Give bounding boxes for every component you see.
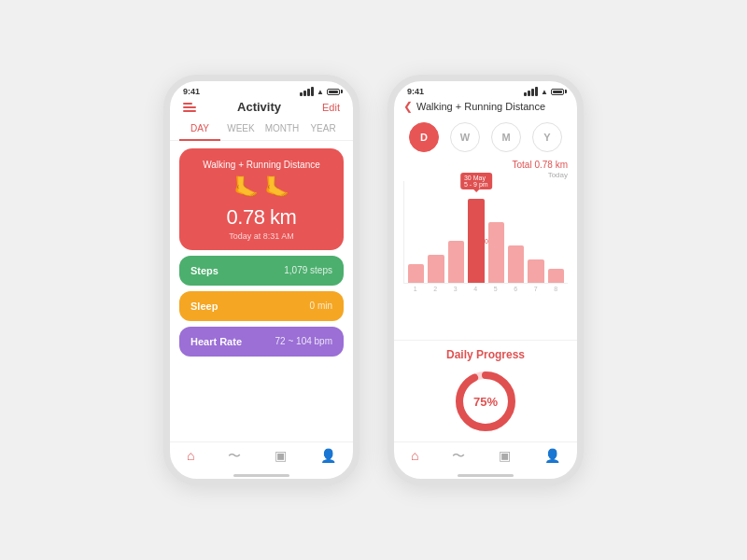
period-week[interactable]: W	[450, 122, 480, 152]
donut-chart: 75%	[453, 369, 518, 434]
detail-title: Walking + Running Distance	[416, 101, 545, 112]
content-1: Walking + Running Distance 🦶 🦶 0.78 km T…	[170, 141, 353, 442]
battery-icon-2	[551, 89, 564, 95]
chart-label-6: 7	[528, 286, 544, 292]
bottom-nav-2: ⌂ 〜 ▣ 👤	[394, 441, 577, 474]
footprints-icon: 🦶 🦶	[233, 175, 289, 200]
period-selector: D W M Y	[394, 119, 577, 160]
sleep-label: Sleep	[190, 301, 218, 312]
chart-today: Today	[548, 171, 568, 179]
tab-year[interactable]: YEAR	[303, 119, 344, 140]
steps-value: 1,079 steps	[284, 265, 332, 275]
nav-home-1[interactable]: ⌂	[187, 448, 194, 465]
tab-day[interactable]: DAY	[179, 119, 220, 141]
signal-8	[535, 87, 538, 96]
heart-value: 72 ~ 104 bpm	[275, 336, 332, 346]
chart-label-2: 3	[447, 286, 464, 292]
chart-label-7: 8	[548, 286, 565, 292]
tab-month[interactable]: MONTH	[261, 119, 303, 140]
hero-subtitle: Today at 8:31 AM	[229, 231, 294, 241]
heart-rate-card[interactable]: Heart Rate 72 ~ 104 bpm	[179, 327, 344, 357]
wifi-icon-2: ▲	[541, 88, 548, 96]
nav-chat-1[interactable]: ▣	[275, 448, 287, 465]
chart-label-1: 2	[428, 286, 444, 292]
chart-bar-1	[428, 255, 444, 283]
progress-title: Daily Progress	[403, 348, 568, 361]
chart-bar-6	[528, 259, 543, 283]
period-year[interactable]: Y	[532, 122, 562, 152]
signal-6	[528, 91, 530, 96]
tab-bar-1: DAY WEEK MONTH YEAR	[170, 119, 353, 141]
menu-line-2	[183, 106, 196, 108]
home-indicator-2	[458, 474, 514, 477]
bottom-nav-1: ⌂ 〜 ▣ 👤	[170, 441, 353, 474]
nav-activity-1[interactable]: 〜	[228, 448, 241, 465]
chart-bar-0	[408, 264, 424, 283]
period-day[interactable]: D	[409, 122, 439, 152]
menu-button[interactable]	[183, 103, 196, 112]
signal-4	[311, 87, 314, 96]
chart-bar-2	[448, 241, 464, 283]
tab-week[interactable]: WEEK	[220, 119, 261, 140]
detail-header: ❮ Walking + Running Distance	[394, 98, 577, 119]
hero-value: 0.78 km	[227, 205, 297, 230]
back-button[interactable]: ❮	[403, 100, 413, 113]
progress-section: Daily Progress 75%	[394, 340, 577, 441]
nav-home-2[interactable]: ⌂	[411, 448, 418, 465]
chart-total: Total 0.78 km	[513, 160, 568, 170]
status-time-1: 9:41	[183, 87, 200, 96]
chart-tooltip: 30 May5 - 9 pm	[460, 173, 492, 189]
sleep-value: 0 min	[310, 301, 332, 311]
chart-labels: 12345678	[403, 284, 568, 292]
chart-container: 30 May5 - 9 pm0.24	[403, 181, 568, 284]
hero-title: Walking + Running Distance	[203, 160, 320, 170]
foot-left: 🦶	[233, 175, 259, 200]
battery-icon	[327, 89, 340, 95]
chart-bar-4	[488, 222, 504, 283]
chart-label-3: 4	[468, 286, 485, 292]
period-month[interactable]: M	[491, 122, 521, 152]
chart-label-0: 1	[407, 286, 424, 292]
status-bar-1: 9:41 ▲	[170, 81, 353, 98]
signal-5	[524, 92, 527, 96]
edit-button[interactable]: Edit	[322, 102, 340, 113]
signal-1	[300, 92, 303, 96]
status-time-2: 9:41	[407, 87, 424, 96]
steps-card[interactable]: Steps 1,079 steps	[179, 256, 344, 286]
phone-1: 9:41 ▲ Activity Edit DAY WEEK MONTH YEAR	[163, 75, 359, 485]
donut-container: 75%	[403, 369, 568, 434]
chart-bar-5	[508, 245, 524, 283]
nav-chat-2[interactable]: ▣	[499, 448, 511, 465]
sleep-card[interactable]: Sleep 0 min	[179, 291, 344, 321]
signal-2	[303, 91, 306, 96]
wifi-icon: ▲	[317, 88, 324, 96]
nav-profile-1[interactable]: 👤	[320, 448, 336, 465]
status-bar-2: 9:41 ▲	[394, 81, 577, 98]
nav-profile-2[interactable]: 👤	[544, 448, 560, 465]
menu-line-1	[183, 103, 192, 105]
home-indicator-1	[233, 474, 289, 477]
signal-7	[531, 89, 534, 96]
app-header-1: Activity Edit	[170, 98, 353, 119]
status-icons-1: ▲	[300, 87, 340, 96]
chart-label-5: 6	[508, 286, 525, 292]
app-title-1: Activity	[237, 100, 281, 114]
heart-label: Heart Rate	[190, 336, 242, 347]
donut-label: 75%	[473, 395, 498, 409]
chart-bar-7	[548, 269, 564, 283]
phone-2: 9:41 ▲ ❮ Walking + Running Distance D W …	[388, 75, 584, 485]
menu-line-3	[183, 110, 196, 112]
status-icons-2: ▲	[524, 87, 564, 96]
foot-right: 🦶	[264, 175, 289, 200]
steps-label: Steps	[190, 265, 218, 276]
chart-label-4: 5	[487, 286, 504, 292]
chart-bar-3: 30 May5 - 9 pm0.24	[468, 199, 484, 283]
chart-area: Total 0.78 km Today 30 May5 - 9 pm0.24 1…	[394, 160, 577, 340]
nav-activity-2[interactable]: 〜	[452, 448, 465, 465]
hero-card: Walking + Running Distance 🦶 🦶 0.78 km T…	[179, 148, 344, 250]
signal-3	[307, 89, 310, 96]
